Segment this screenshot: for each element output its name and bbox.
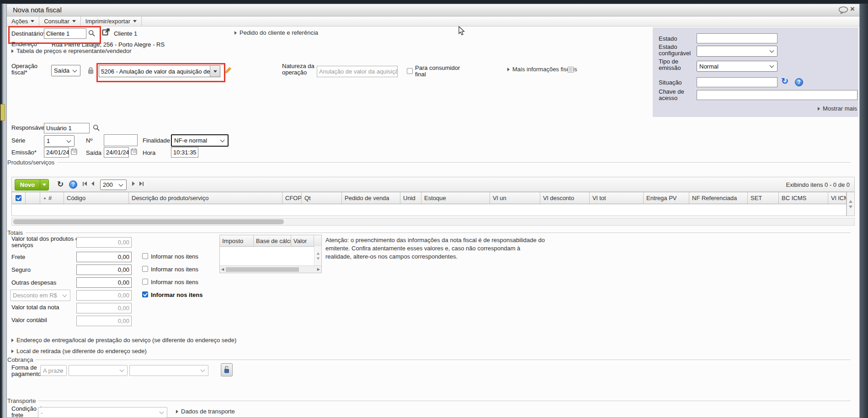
refresh-grid-icon[interactable]: ↻ — [57, 180, 64, 188]
destinatario-input[interactable]: Cliente 1 — [44, 28, 86, 39]
column-header-blank[interactable] — [26, 192, 40, 204]
local-retirada-toggle[interactable]: Local de retirada (se diferente do ender… — [11, 348, 147, 355]
column-header-unid[interactable]: Unid — [400, 192, 421, 204]
select-all-checkbox[interactable] — [16, 195, 21, 201]
chave-acesso-input[interactable] — [697, 90, 857, 100]
responsavel-input[interactable]: Usuário 1 — [44, 123, 90, 133]
close-icon[interactable]: × — [850, 5, 855, 14]
scroll-right-icon[interactable]: ▶ — [317, 267, 320, 272]
sort-asc-icon: ▲ — [43, 196, 47, 200]
column-header-pedido-venda[interactable]: Pedido de venda — [342, 192, 400, 204]
impostos-vertical-scrollbar[interactable] — [314, 246, 321, 265]
produtos-vertical-scrollbar[interactable] — [847, 192, 855, 216]
cfop-combobox[interactable]: 5206 - Anulação de valor da aquisição de… — [99, 65, 220, 77]
column-header-set[interactable]: SET — [748, 192, 779, 204]
scroll-down-icon[interactable] — [316, 257, 319, 259]
scroll-down-icon[interactable] — [849, 206, 852, 208]
menu-imprimir-exportar[interactable]: Imprimir/exportar — [81, 16, 142, 26]
imposto-column-header[interactable]: Imposto — [220, 235, 254, 246]
search-icon[interactable] — [93, 124, 100, 132]
outras-informar-checkbox[interactable] — [142, 279, 148, 285]
scrollbar-thumb[interactable] — [226, 267, 299, 272]
finalidade-select[interactable]: NF-e normal — [171, 134, 229, 147]
prev-page-icon[interactable] — [91, 181, 94, 186]
desconto-informar-checkbox[interactable] — [142, 291, 148, 297]
novo-button[interactable]: Novo — [15, 179, 49, 190]
column-header-estoque[interactable]: Estoque — [421, 192, 490, 204]
endereco-entrega-toggle[interactable]: Endereço de entrega/local de prestação d… — [11, 337, 236, 344]
frete-input[interactable]: 0,00 — [76, 252, 132, 262]
column-header-nf-referenciada[interactable]: NF Referenciada — [689, 192, 748, 204]
column-header-vl-un[interactable]: Vl un — [490, 192, 540, 204]
refresh-icon[interactable]: ↻ — [781, 77, 788, 85]
serie-select[interactable]: 1 — [44, 135, 75, 147]
estado-configuravel-select[interactable] — [697, 46, 777, 57]
frete-informar-checkbox[interactable] — [142, 253, 148, 259]
seguro-input[interactable]: 0,00 — [76, 265, 132, 275]
help-icon[interactable]: ? — [69, 180, 77, 189]
help-icon[interactable]: ? — [795, 78, 803, 86]
column-header-entrega-pv[interactable]: Entrega PV — [644, 192, 689, 204]
menu-consultar[interactable]: Consultar — [39, 16, 81, 26]
menu-acoes[interactable]: Ações — [7, 16, 39, 26]
seguro-informar-checkbox[interactable] — [142, 266, 148, 272]
calendar-icon[interactable] — [71, 148, 77, 155]
search-icon[interactable] — [88, 30, 96, 37]
page-size-select[interactable]: 200 — [100, 180, 127, 190]
note-icon[interactable] — [568, 67, 574, 73]
column-header-descricao[interactable]: Descrição do produto/serviço — [129, 192, 282, 204]
mostrar-mais-toggle[interactable]: Mostrar mais — [818, 105, 857, 112]
hora-input[interactable]: 10:31:35 — [171, 147, 198, 158]
first-page-icon[interactable] — [83, 181, 87, 186]
valor-total-nota-input[interactable]: 0,00 — [76, 303, 132, 313]
nova-nota-fiscal-window: Nova nota fiscal × Ações Consultar Impri… — [0, 0, 868, 418]
scroll-up-icon[interactable] — [316, 252, 319, 254]
open-external-icon[interactable] — [102, 28, 110, 36]
column-header-vl-desconto[interactable]: Vl desconto — [540, 192, 590, 204]
valor-column-header[interactable]: Valor — [291, 235, 314, 246]
unlock-payment-button[interactable] — [221, 363, 233, 376]
valor-contabil-input[interactable]: 0,00 — [76, 316, 132, 326]
base-calculo-column-header[interactable]: Base de cálculo — [254, 235, 291, 246]
scroll-left-icon[interactable]: ◀ — [221, 267, 224, 272]
column-header-cfop[interactable]: CFOP — [282, 192, 302, 204]
estado-input[interactable] — [697, 33, 777, 43]
operacao-tipo-select[interactable]: Saída — [51, 65, 80, 76]
column-header-vl-tot[interactable]: Vl tot — [590, 192, 644, 204]
pedido-cliente-toggle[interactable]: Pedido do cliente e referência — [234, 29, 318, 36]
prazo-select[interactable]: A prazo — [40, 365, 67, 376]
edit-pencil-icon[interactable] — [225, 67, 232, 74]
forma-pagamento-select[interactable] — [69, 365, 128, 376]
column-header-num[interactable]: ▲# — [40, 192, 64, 204]
desconto-input[interactable]: 0,00 — [76, 290, 132, 301]
outras-despesas-input[interactable]: 0,00 — [76, 277, 132, 288]
column-header-codigo[interactable]: Código — [64, 192, 129, 204]
desconto-tipo-select[interactable]: Desconto em R$ — [10, 290, 70, 301]
condicao-frete-select[interactable]: - — [38, 407, 167, 418]
tabela-precos-toggle[interactable]: Tabela de preços e representante/vendedo… — [11, 48, 132, 54]
scrollbar-thumb[interactable] — [13, 219, 284, 224]
valor-total-produtos-input[interactable]: 0,00 — [76, 237, 132, 248]
calendar-icon[interactable] — [131, 148, 137, 155]
parcelas-select[interactable] — [129, 365, 208, 376]
tipo-emissao-select[interactable]: Normal — [697, 61, 777, 72]
saida-input[interactable]: 24/01/24 — [104, 147, 129, 158]
impostos-horizontal-scrollbar[interactable]: ◀ ▶ — [220, 265, 321, 273]
emissao-input[interactable]: 24/01/24 — [44, 147, 69, 158]
numero-input[interactable] — [104, 134, 138, 146]
column-header-vl-icms[interactable]: Vl ICMS — [828, 192, 847, 204]
column-header-bc-icms[interactable]: BC ICMS — [779, 192, 828, 204]
cliente-link[interactable]: Cliente 1 — [114, 30, 137, 37]
situacao-input[interactable] — [697, 77, 777, 87]
mais-informacoes-toggle[interactable]: Mais informações fiscais — [507, 66, 577, 73]
produtos-horizontal-scrollbar[interactable] — [11, 218, 855, 226]
next-page-icon[interactable] — [132, 181, 135, 186]
column-header-qt[interactable]: Qt — [302, 192, 342, 204]
para-consumidor-checkbox[interactable] — [407, 68, 413, 74]
cfop-dropdown-button[interactable] — [210, 66, 220, 77]
chat-bubble-icon[interactable] — [838, 6, 848, 14]
dados-transporte-toggle[interactable]: Dados de transporte — [176, 408, 235, 415]
natureza-operacao-input[interactable]: Anulação de valor da aquisição de s — [317, 66, 398, 77]
last-page-icon[interactable] — [139, 181, 144, 186]
scroll-up-icon[interactable] — [849, 200, 852, 203]
